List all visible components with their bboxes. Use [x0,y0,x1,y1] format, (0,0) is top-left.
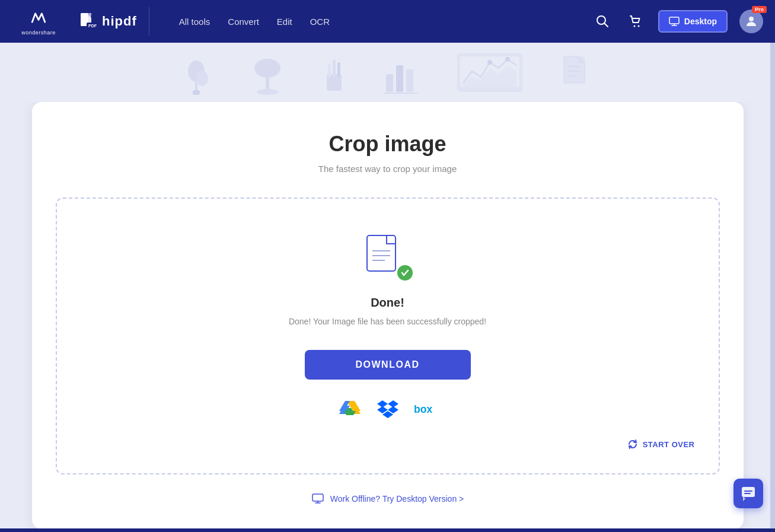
svg-point-6 [633,26,635,27]
nav-all-tools[interactable]: All tools [179,17,211,27]
svg-rect-8 [669,17,679,24]
chat-button[interactable] [733,479,763,508]
avatar-circle [739,9,763,33]
chat-icon [741,486,756,501]
svg-line-5 [604,23,608,27]
done-subtitle: Done! Your Image file has been successfu… [289,317,486,326]
svg-rect-18 [333,59,336,77]
navbar: wondershare PDF hipdf All tools Convert … [0,0,775,43]
hipdf-logo[interactable]: PDF hipdf [71,12,137,31]
google-drive-icon [339,400,361,419]
svg-point-16 [257,89,278,95]
hipdf-label: hipdf [102,14,137,29]
desktop-link-icon [311,492,324,505]
hero-document-icon [561,53,591,95]
nav-convert[interactable]: Convert [228,17,259,27]
hipdf-icon: PDF [78,12,97,31]
svg-rect-34 [367,235,396,271]
box-icon: box [414,402,438,416]
hero-monitor-icon [454,50,525,95]
svg-rect-22 [396,65,403,92]
svg-point-9 [749,17,754,21]
nav-ocr[interactable]: OCR [310,17,330,27]
box-button[interactable]: box [414,397,438,421]
hero-chart-icon [383,56,419,95]
wondershare-logo[interactable]: wondershare [12,7,65,36]
result-zone: Done! Done! Your Image file has been suc… [56,197,720,474]
svg-point-27 [487,60,492,65]
svg-point-28 [505,57,510,62]
download-button[interactable]: DOWNLOAD [305,350,471,380]
svg-text:PDF: PDF [88,24,97,28]
cart-button[interactable] [625,11,646,32]
done-title: Done! [371,296,404,310]
page-subtitle: The fastest way to crop your image [56,164,720,174]
main-card: Crop image The fastest way to crop your … [32,102,744,529]
desktop-button[interactable]: Desktop [658,10,728,33]
bottom-bar [0,528,775,532]
start-over-label: START OVER [643,440,695,449]
pro-badge: Pro [752,6,767,13]
svg-rect-30 [564,56,579,83]
svg-rect-49 [742,487,755,497]
svg-text:box: box [414,403,432,415]
wondershare-label: wondershare [21,30,56,36]
svg-rect-23 [406,69,413,92]
svg-point-12 [196,71,208,86]
user-avatar[interactable]: Pro [739,9,763,33]
search-button[interactable] [592,11,613,32]
page-title: Crop image [56,132,720,157]
nav-edit[interactable]: Edit [277,17,292,27]
svg-point-14 [254,59,280,78]
desktop-version-link[interactable]: Work Offline? Try Desktop Version > [330,494,464,504]
dropbox-icon [377,399,398,419]
svg-rect-21 [386,74,393,92]
scrollbar[interactable] [770,0,775,532]
nav-actions: Desktop Pro [592,9,763,33]
cart-icon [629,15,642,28]
svg-rect-20 [328,64,331,77]
success-icon [364,234,412,282]
svg-rect-13 [193,90,200,95]
check-badge [396,264,414,282]
cloud-save-options: box [338,397,438,421]
wondershare-icon [28,7,49,28]
refresh-icon [627,439,638,450]
svg-rect-48 [312,494,323,501]
start-over-button[interactable]: START OVER [627,439,695,450]
hero-decorations [184,50,591,95]
hero-pencils-icon [321,53,347,95]
nav-links: All tools Convert Edit OCR [179,17,330,27]
desktop-link-row: Work Offline? Try Desktop Version > [56,492,720,505]
dropbox-button[interactable] [376,397,400,421]
checkmark-icon [400,268,410,278]
hero-lamp-icon [250,53,285,95]
hero-background [0,43,775,102]
svg-point-7 [637,26,639,27]
google-drive-button[interactable] [338,397,362,421]
start-over-row: START OVER [81,439,695,450]
hero-plant-icon [184,53,214,95]
main-content: Crop image The fastest way to crop your … [0,102,775,532]
user-icon [744,14,758,28]
desktop-icon [669,16,680,27]
search-icon [596,15,609,28]
svg-rect-19 [337,62,340,77]
brand-section: wondershare PDF hipdf [12,7,149,36]
desktop-btn-label: Desktop [684,17,717,26]
